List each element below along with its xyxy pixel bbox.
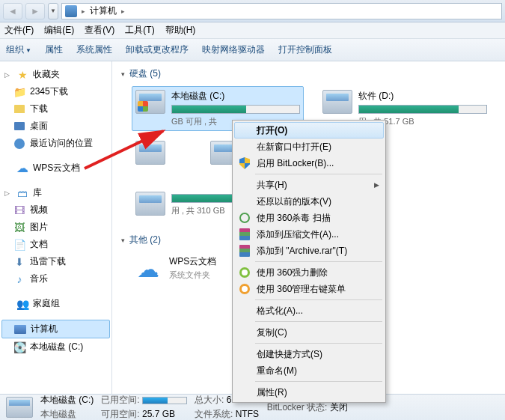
sidebar-label: 计算机 — [31, 323, 58, 335]
ctx-restore[interactable]: 还原以前的版本(V) — [234, 193, 384, 210]
ctx-new-window[interactable]: 在新窗口中打开(E) — [234, 139, 384, 155]
nav-history-dropdown[interactable]: ▼ — [48, 3, 58, 19]
sidebar-label: 最近访问的位置 — [30, 137, 93, 150]
archive-icon — [239, 245, 251, 257]
sidebar-item-music[interactable]: ♪音乐 — [0, 270, 111, 287]
sidebar-label: 本地磁盘 (C:) — [30, 341, 83, 353]
cloud-icon: ☁ — [16, 162, 28, 174]
ctx-bitlocker[interactable]: 启用 BitLocker(B)... — [234, 155, 384, 171]
ctx-format[interactable]: 格式化(A)... — [234, 302, 384, 319]
ctx-properties[interactable]: 属性(R) — [234, 384, 384, 401]
back-button[interactable]: ◄ — [3, 3, 22, 19]
status-fs-value: NTFS — [236, 409, 259, 419]
menu-help[interactable]: 帮助(H) — [165, 24, 196, 37]
computer-icon — [65, 5, 77, 17]
tb-organize[interactable]: 组织▼ — [6, 43, 31, 56]
sidebar-computer-header[interactable]: 计算机 — [1, 320, 110, 338]
drive-name: 本地磁盘 (C:) — [171, 90, 300, 103]
sidebar-item-2345[interactable]: 📁2345下载 — [0, 83, 111, 100]
sidebar-label: 库 — [33, 186, 42, 199]
sidebar-label: 桌面 — [30, 120, 48, 133]
ctx-label: 添加到 "Archive.rar"(T) — [257, 245, 347, 258]
menu-view[interactable]: 查看(V) — [85, 24, 114, 37]
sidebar-label: 收藏夹 — [33, 68, 60, 81]
shield-icon — [239, 157, 251, 169]
ctx-copy[interactable]: 复制(C) — [234, 324, 384, 341]
context-menu: 打开(O) 在新窗口中打开(E) 启用 BitLocker(B)... 共享(H… — [232, 120, 386, 403]
tb-properties[interactable]: 属性 — [45, 43, 63, 56]
chevron-right-icon: ▸ — [82, 7, 85, 15]
ctx-label: 格式化(A)... — [257, 305, 303, 317]
drive-icon — [135, 141, 165, 165]
archive-icon — [239, 228, 251, 240]
sidebar-label: 音乐 — [30, 273, 48, 285]
group-label: 其他 (2) — [129, 234, 161, 246]
used-bar — [142, 397, 187, 404]
ctx-label: 使用 360管理右键菜单 — [257, 283, 346, 296]
sidebar-label: 文档 — [30, 238, 48, 251]
sidebar-homegroup-header[interactable]: 👥家庭组 — [0, 295, 111, 312]
ctx-add-rar[interactable]: 添加到 "Archive.rar"(T) — [234, 243, 384, 259]
titlebar: ◄ ► ▼ ▸ 计算机 ▸ — [0, 0, 505, 22]
ctx-label: 还原以前的版本(V) — [257, 195, 331, 208]
status-free-value: 25.7 GB — [142, 409, 175, 419]
ctx-360-menu[interactable]: 使用 360管理右键菜单 — [234, 281, 384, 297]
status-used-label: 已用空间: — [101, 395, 139, 405]
sidebar-wps-header[interactable]: ☁WPS云文档 — [0, 159, 111, 177]
ctx-label: 创建快捷方式(S) — [257, 348, 322, 361]
desktop-icon — [13, 121, 25, 133]
drive-partial-1[interactable] — [132, 137, 192, 182]
tb-control-panel[interactable]: 打开控制面板 — [278, 43, 332, 56]
menu-file[interactable]: 文件(F) — [4, 24, 34, 37]
menu-bar: 文件(F) 编辑(E) 查看(V) 工具(T) 帮助(H) — [0, 22, 505, 39]
computer-icon — [14, 323, 26, 335]
sidebar-label: 视频 — [30, 204, 48, 216]
address-bar[interactable]: ▸ 计算机 ▸ — [61, 3, 502, 19]
scan-icon — [239, 212, 251, 224]
ctx-open[interactable]: 打开(O) — [234, 122, 384, 139]
sidebar-item-drive-c[interactable]: 💽本地磁盘 (C:) — [0, 338, 111, 356]
menu-edit[interactable]: 编辑(E) — [44, 24, 74, 37]
sidebar-item-documents[interactable]: 📄文档 — [0, 236, 111, 253]
item-name: WPS云文档 — [169, 255, 216, 268]
ctx-label: 使用 360强力删除 — [257, 267, 328, 279]
ctx-360-delete[interactable]: 使用 360强力删除 — [234, 264, 384, 281]
ctx-shortcut[interactable]: 创建快捷方式(S) — [234, 346, 384, 362]
ctx-share[interactable]: 共享(H)▶ — [234, 177, 384, 193]
star-icon: ★ — [16, 69, 28, 81]
ctx-separator — [255, 321, 382, 322]
recent-icon — [13, 138, 25, 150]
address-text: 计算机 — [90, 4, 117, 17]
ctx-label: 添加到压缩文件(A)... — [257, 228, 339, 241]
group-label: 硬盘 (5) — [129, 67, 161, 80]
item-sub: 系统文件夹 — [169, 270, 216, 281]
forward-button[interactable]: ► — [25, 3, 45, 19]
sidebar-item-videos[interactable]: 🎞视频 — [0, 201, 111, 219]
status-drive-type: 本地磁盘 — [40, 408, 94, 420]
tb-sys-properties[interactable]: 系统属性 — [76, 43, 112, 56]
sidebar-item-xunlei[interactable]: ⬇迅雷下载 — [0, 253, 111, 270]
status-fs-label: 文件系统: — [195, 409, 233, 419]
ctx-360-scan[interactable]: 使用 360杀毒 扫描 — [234, 210, 384, 226]
group-header-hdd[interactable]: ▾硬盘 (5) — [121, 67, 496, 80]
sidebar-favorites-header[interactable]: ▷★收藏夹 — [0, 66, 111, 83]
sidebar-libraries-header[interactable]: ▷🗃库 — [0, 184, 111, 201]
sidebar-item-pictures[interactable]: 🖼图片 — [0, 219, 111, 236]
sidebar-item-downloads[interactable]: 下载 — [0, 100, 111, 118]
ctx-add-archive[interactable]: 添加到压缩文件(A)... — [234, 226, 384, 243]
drive-icon: 💽 — [13, 341, 25, 353]
drive-icon — [135, 192, 165, 216]
download-icon: ⬇ — [13, 256, 25, 268]
document-icon: 📄 — [13, 239, 25, 251]
sidebar-item-desktop[interactable]: 桌面 — [0, 118, 111, 135]
tb-uninstall[interactable]: 卸载或更改程序 — [126, 43, 189, 56]
ctx-rename[interactable]: 重命名(M) — [234, 362, 384, 379]
music-icon: ♪ — [13, 273, 25, 285]
chevron-right-icon: ▸ — [121, 7, 125, 15]
chevron-right-icon: ▶ — [374, 181, 379, 189]
tb-map-drive[interactable]: 映射网络驱动器 — [202, 43, 265, 56]
drive-name: 软件 (D:) — [358, 90, 487, 103]
menu-tools[interactable]: 工具(T) — [125, 24, 154, 37]
sidebar-item-recent[interactable]: 最近访问的位置 — [0, 135, 111, 152]
ctx-label: 复制(C) — [257, 326, 287, 339]
